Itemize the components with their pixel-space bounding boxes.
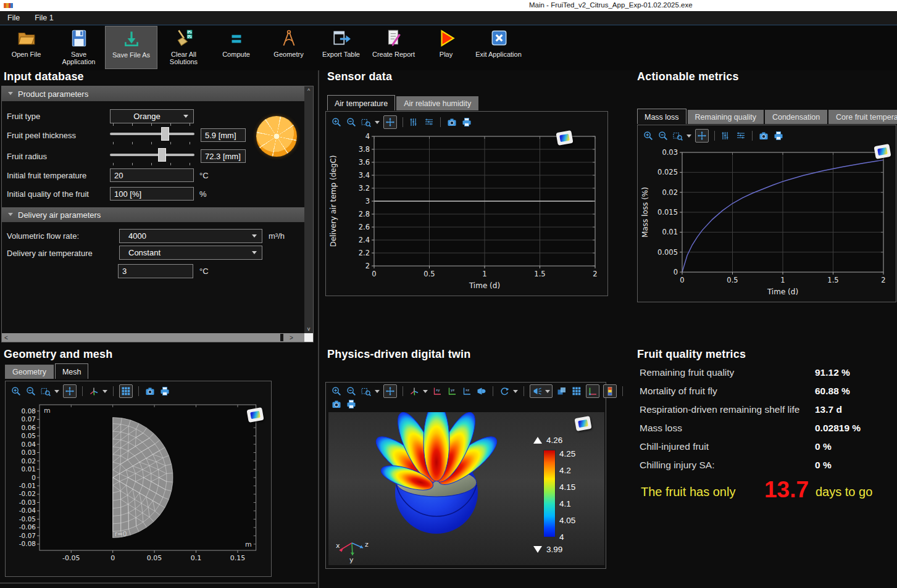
y-axis-settings-icon[interactable] — [409, 117, 420, 128]
zoom-in-icon[interactable] — [331, 386, 342, 397]
zoom-in-icon[interactable] — [10, 386, 22, 397]
chevron-down-icon[interactable] — [423, 390, 428, 393]
scroll-left-icon[interactable]: < — [2, 333, 10, 342]
orientation-triad-icon[interactable] — [88, 386, 99, 397]
zoom-extents-icon[interactable] — [383, 384, 397, 398]
tab-air-relative-humidity[interactable]: Air relative humidity — [396, 96, 478, 110]
play-button[interactable]: Play — [420, 26, 472, 69]
chevron-down-icon[interactable] — [375, 390, 380, 393]
image-snapshot-icon[interactable] — [446, 117, 457, 128]
view-xy-icon[interactable]: xy — [432, 386, 443, 397]
tab-mesh[interactable]: Mesh — [55, 363, 89, 379]
scroll-down-icon[interactable]: v — [304, 325, 313, 333]
mesh-plot-canvas[interactable]: -0.08-0.07-0.06-0.05-0.04-0.03-0.02-0.01… — [7, 400, 270, 574]
fruit-radius-slider[interactable] — [110, 147, 194, 163]
scroll-up-icon[interactable]: ^ — [304, 86, 313, 95]
create-report-button[interactable]: Create Report — [367, 26, 420, 69]
print-icon[interactable] — [346, 399, 357, 410]
geometry-button[interactable]: Geometry — [262, 26, 315, 69]
open-file-button[interactable]: Open File — [0, 26, 52, 69]
tab-core-fruit-temperature[interactable]: Core fruit temperature — [828, 110, 897, 124]
tab-air-temperature[interactable]: Air temperature — [327, 95, 395, 110]
show-axes-icon[interactable] — [586, 384, 599, 398]
chevron-down-icon[interactable] — [54, 390, 59, 393]
tab-geometry[interactable]: Geometry — [5, 365, 54, 379]
initial-fruit-temperature-input[interactable] — [110, 168, 194, 182]
chevron-down-icon[interactable] — [686, 135, 691, 138]
y-axis-settings-icon[interactable] — [720, 130, 732, 141]
initial-quality-input[interactable] — [110, 187, 194, 201]
zoom-out-icon[interactable] — [25, 386, 36, 397]
transparency-icon[interactable] — [556, 386, 567, 397]
x-axis-settings-icon[interactable] — [735, 130, 746, 141]
exit-application-button[interactable]: Exit Application — [472, 26, 525, 69]
chevron-down-icon[interactable] — [513, 390, 518, 393]
save-application-button[interactable]: Save Application — [52, 26, 105, 69]
print-icon[interactable] — [461, 117, 472, 128]
zoom-extents-icon[interactable] — [63, 384, 77, 398]
print-icon[interactable] — [773, 130, 784, 141]
slider-track[interactable] — [110, 154, 194, 156]
massloss-chart-canvas[interactable]: 00.0050.010.0150.020.0250.0300.511.52Mas… — [639, 145, 895, 298]
slider-track[interactable] — [110, 133, 194, 135]
zoom-out-icon[interactable] — [346, 386, 357, 397]
horizontal-scrollbar[interactable]: < > — [2, 333, 304, 342]
fruit-radius-value[interactable]: 72.3 [mm] — [201, 149, 246, 163]
column-splitter[interactable] — [318, 70, 319, 588]
rotate-icon[interactable] — [499, 386, 510, 397]
zoom-box-icon[interactable] — [361, 117, 372, 128]
orientation-triad-icon[interactable] — [409, 386, 420, 397]
tab-mass-loss[interactable]: Mass loss — [637, 109, 686, 124]
menu-file-1[interactable]: File 1 — [27, 11, 61, 25]
menu-file[interactable]: File — [0, 11, 27, 25]
x-axis-settings-icon[interactable] — [423, 117, 435, 128]
volumetric-flow-rate-dropdown[interactable]: 4000 — [119, 229, 262, 243]
view-xz-icon[interactable]: xz — [461, 386, 472, 397]
zoom-box-icon[interactable] — [361, 386, 372, 397]
zoom-box-icon[interactable] — [40, 386, 51, 397]
chevron-down-icon[interactable] — [375, 121, 380, 124]
delivery-air-parameters-header[interactable]: Delivery air parameters — [2, 207, 304, 222]
image-snapshot-icon[interactable] — [144, 386, 156, 397]
chevron-down-icon[interactable] — [545, 390, 550, 393]
twin-plot-toolbar-row1: xy yz xz — [331, 384, 625, 398]
perspective-icon[interactable] — [476, 386, 487, 397]
export-table-button[interactable]: Export Table — [315, 26, 367, 69]
slider-handle[interactable] — [158, 148, 166, 162]
zoom-extents-icon[interactable] — [695, 129, 709, 143]
grid-icon[interactable] — [571, 386, 582, 397]
chevron-down-icon[interactable] — [102, 390, 107, 393]
fruit-peel-thickness-value[interactable]: 5.9 [mm] — [201, 128, 246, 142]
slider-handle[interactable] — [161, 127, 169, 141]
zoom-box-icon[interactable] — [672, 130, 683, 141]
tab-remaining-quality[interactable]: Remaining quality — [688, 110, 764, 124]
delivery-air-temperature-dropdown[interactable]: Constant — [119, 246, 262, 260]
tab-condensation[interactable]: Condensation — [765, 110, 827, 124]
zoom-extents-icon[interactable] — [383, 115, 397, 129]
print-icon[interactable] — [159, 386, 170, 397]
show-colorbar-icon[interactable] — [603, 384, 617, 398]
zoom-out-icon[interactable] — [657, 130, 669, 141]
scene-light-icon[interactable] — [532, 386, 543, 397]
fruit-type-dropdown[interactable]: Orange — [110, 109, 194, 123]
clear-all-solutions-button[interactable]: Clear All Solutions — [157, 26, 210, 69]
delivery-air-temperature-input[interactable] — [118, 264, 193, 278]
bottom-splitter[interactable] — [0, 582, 316, 584]
view-yz-icon[interactable]: yz — [446, 386, 457, 397]
mesh-toggle-icon[interactable] — [119, 384, 133, 398]
sensor-chart-canvas[interactable]: 22.22.42.62.833.23.43.63.8400.511.52Deli… — [327, 130, 605, 292]
compute-button[interactable]: Compute — [210, 26, 262, 69]
scroll-right-icon[interactable]: > — [287, 333, 296, 342]
zoom-out-icon[interactable] — [346, 117, 357, 128]
save-file-as-button[interactable]: Save File As — [105, 26, 157, 69]
fruit-peel-thickness-slider[interactable] — [110, 126, 194, 142]
image-snapshot-icon[interactable] — [758, 130, 769, 141]
vertical-scrollbar[interactable]: ^ v — [304, 86, 313, 333]
horizontal-scroll-thumb[interactable] — [280, 334, 283, 341]
zoom-in-icon[interactable] — [331, 117, 342, 128]
twin-3d-view[interactable]: 4.26 4.25 4.2 4.15 4.1 4.05 4 3.99 — [328, 412, 604, 565]
image-snapshot-icon[interactable] — [331, 399, 342, 410]
exit-application-label: Exit Application — [475, 51, 523, 58]
product-parameters-header[interactable]: Product parameters — [2, 86, 304, 101]
zoom-in-icon[interactable] — [643, 130, 654, 141]
